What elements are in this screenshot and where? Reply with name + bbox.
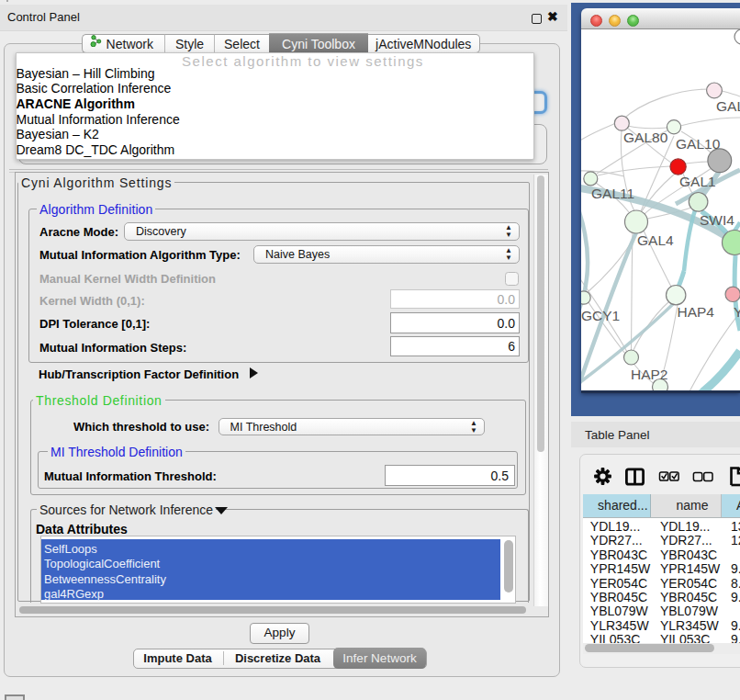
svg-text:GAL7: GAL7	[716, 98, 740, 114]
svg-text:GAL80: GAL80	[623, 130, 668, 145]
svg-text:GCY1: GCY1	[581, 308, 620, 323]
svg-text:SWI4: SWI4	[700, 212, 734, 228]
svg-text:Y: Y	[734, 304, 740, 320]
svg-text:HAP2: HAP2	[631, 367, 668, 382]
svg-text:GAL11: GAL11	[591, 186, 634, 201]
svg-text:GAL1: GAL1	[679, 174, 716, 189]
svg-text:GAL4: GAL4	[637, 232, 674, 248]
svg-text:HAP4: HAP4	[678, 304, 715, 320]
svg-text:GAL10: GAL10	[676, 136, 721, 152]
